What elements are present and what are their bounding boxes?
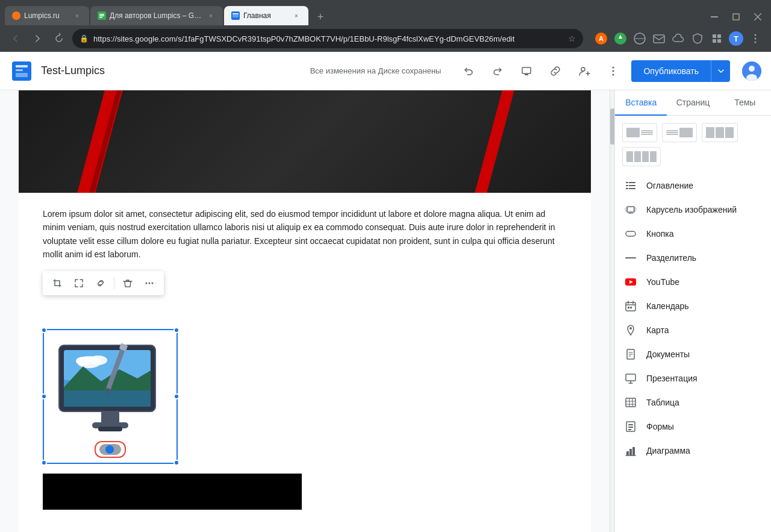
back-button[interactable] xyxy=(7,30,24,47)
image-section xyxy=(19,310,591,474)
publish-dropdown-button[interactable] xyxy=(711,60,730,82)
close-button[interactable] xyxy=(749,8,766,25)
main-layout: Lorem ipsum dolor sit amet, consectetur … xyxy=(0,90,771,532)
insert-item-presentation[interactable]: Презентация xyxy=(615,366,771,390)
svg-rect-8 xyxy=(733,14,739,20)
chart-label: Диаграмма xyxy=(646,446,761,455)
handle-top-right[interactable] xyxy=(173,327,179,333)
svg-rect-89 xyxy=(628,424,633,425)
tab-close-1[interactable]: × xyxy=(72,11,82,20)
page-content: Lorem ipsum dolor sit amet, consectetur … xyxy=(19,90,591,532)
tab-pages[interactable]: Страниц xyxy=(667,90,719,115)
url-bar[interactable]: 🔒 https://sites.google.com/s/1faFgTWSXDC… xyxy=(72,29,583,48)
new-tab-button[interactable]: + xyxy=(312,8,329,25)
presentation-icon xyxy=(625,372,637,384)
toggle-container xyxy=(95,441,126,458)
delete-tool-button[interactable] xyxy=(118,274,137,293)
bookmark-icon[interactable]: ☆ xyxy=(568,34,576,43)
link-button[interactable] xyxy=(545,60,566,82)
layout-option-1[interactable] xyxy=(622,123,657,142)
svg-rect-7 xyxy=(711,16,718,17)
content-area[interactable]: Lorem ipsum dolor sit amet, consectetur … xyxy=(0,90,610,532)
insert-item-table[interactable]: Таблица xyxy=(615,390,771,415)
tab-close-3[interactable]: × xyxy=(292,11,301,20)
insert-item-forms[interactable]: Формы xyxy=(615,415,771,439)
insert-item-docs[interactable]: Документы xyxy=(615,342,771,366)
button-label: Кнопка xyxy=(646,229,761,239)
red-stripe-2 xyxy=(475,90,514,193)
user-profile-icon[interactable]: T xyxy=(728,30,744,47)
selected-image-container[interactable] xyxy=(43,329,178,464)
extension-vpn-icon[interactable] xyxy=(612,30,629,47)
tab-close-2[interactable]: × xyxy=(206,11,216,20)
tab-themes[interactable]: Темы xyxy=(719,90,771,115)
svg-rect-54 xyxy=(629,182,635,183)
more-menu-button[interactable] xyxy=(602,60,624,82)
minimize-button[interactable] xyxy=(706,8,723,25)
svg-point-29 xyxy=(581,67,585,71)
layout-option-2[interactable] xyxy=(662,123,697,142)
handle-top-left[interactable] xyxy=(41,327,47,333)
extension-cloud-icon[interactable] xyxy=(670,30,687,47)
expand-tool-button[interactable] xyxy=(69,274,89,293)
insert-item-carousel[interactable]: Карусель изображений xyxy=(615,198,771,222)
tab-favicon-3 xyxy=(231,11,240,20)
insert-item-calendar[interactable]: Календарь xyxy=(615,294,771,318)
redo-button[interactable] xyxy=(487,60,508,82)
add-person-button[interactable] xyxy=(573,60,595,82)
preview-button[interactable] xyxy=(516,60,537,82)
publish-button[interactable]: Опубликовать xyxy=(631,60,711,82)
tab-bar: Lumpics.ru × Для авторов Lumpics – Googl… xyxy=(0,0,771,25)
tab-insert[interactable]: Вставка xyxy=(615,90,667,116)
insert-item-youtube[interactable]: YouTube xyxy=(615,270,771,294)
insert-item-contents[interactable]: Оглавление xyxy=(615,174,771,198)
extension-mail-icon[interactable] xyxy=(651,30,667,47)
svg-rect-17 xyxy=(717,34,721,38)
undo-button[interactable] xyxy=(458,60,479,82)
svg-rect-25 xyxy=(16,69,23,71)
browser-chrome: Lumpics.ru × Для авторов Lumpics – Googl… xyxy=(0,0,771,52)
handle-bottom-left[interactable] xyxy=(41,460,47,466)
layout-option-3[interactable] xyxy=(702,123,738,142)
svg-rect-50 xyxy=(101,412,119,424)
svg-rect-94 xyxy=(632,447,635,455)
layout-option-4[interactable] xyxy=(622,147,661,166)
user-avatar[interactable] xyxy=(742,61,761,81)
svg-point-30 xyxy=(613,66,614,68)
more-options-icon[interactable] xyxy=(747,30,764,47)
insert-item-button[interactable]: Кнопка xyxy=(615,222,771,246)
svg-rect-74 xyxy=(630,307,632,308)
handle-bottom-right[interactable] xyxy=(173,460,179,466)
extension-puzzle-icon[interactable] xyxy=(708,30,725,47)
more-tool-button[interactable] xyxy=(140,274,159,293)
svg-point-37 xyxy=(149,282,151,284)
extension-avast-icon[interactable]: A xyxy=(593,30,610,47)
docs-icon xyxy=(625,348,637,360)
svg-rect-16 xyxy=(713,34,716,38)
tab-google-docs[interactable]: Для авторов Lumpics – Google ... × xyxy=(90,6,223,25)
reload-button[interactable] xyxy=(51,30,67,47)
insert-item-map[interactable]: Карта xyxy=(615,318,771,342)
handle-middle-right[interactable] xyxy=(173,393,179,399)
app-bar: Test-Lumpics Все изменения на Диске сохр… xyxy=(0,52,771,90)
toggle-thumb xyxy=(105,445,114,454)
svg-rect-90 xyxy=(628,427,633,428)
tab-lumpics[interactable]: Lumpics.ru × xyxy=(5,6,89,25)
svg-rect-91 xyxy=(628,429,631,430)
toggle-control[interactable] xyxy=(99,444,121,455)
docs-label: Документы xyxy=(646,349,761,359)
extension-shield-icon[interactable] xyxy=(689,30,706,47)
table-icon xyxy=(625,396,637,408)
insert-item-chart[interactable]: Диаграмма xyxy=(615,439,771,463)
forward-button[interactable] xyxy=(29,30,46,47)
insert-item-divider[interactable]: Разделитель xyxy=(615,246,771,270)
maximize-button[interactable] xyxy=(728,8,744,25)
crop-tool-button[interactable] xyxy=(48,274,67,293)
lorem-text: Lorem ipsum dolor sit amet, consectetur … xyxy=(43,207,567,261)
tab-main[interactable]: Главная × xyxy=(224,6,308,25)
extension-globe-icon[interactable] xyxy=(631,30,648,47)
scrollbar-track[interactable] xyxy=(610,90,614,532)
link-tool-button[interactable] xyxy=(91,274,110,293)
handle-middle-left[interactable] xyxy=(41,393,47,399)
youtube-icon xyxy=(625,276,637,288)
